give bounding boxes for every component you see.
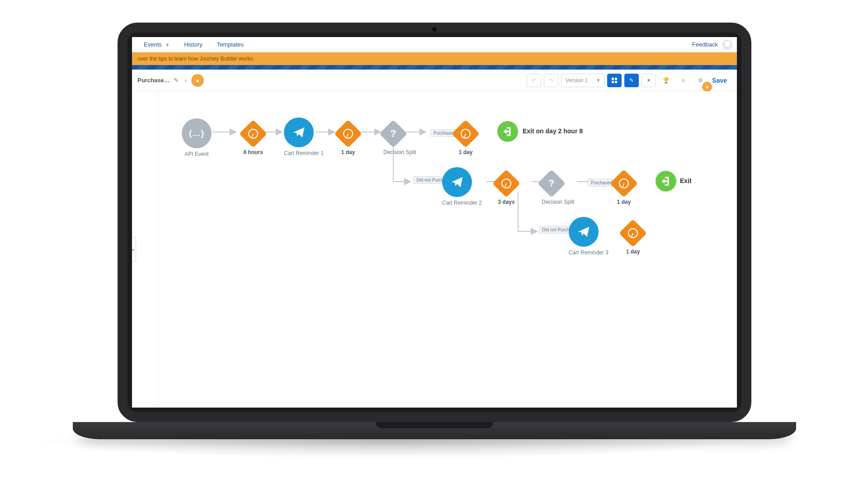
goal-button[interactable]: 🏆 <box>659 74 673 87</box>
laptop-base <box>73 422 796 439</box>
redo-button[interactable]: ↷ <box>544 74 558 87</box>
avatar[interactable] <box>722 40 732 50</box>
layout-view-button[interactable] <box>607 74 622 87</box>
api-event-icon: {…} <box>189 129 204 138</box>
send-icon <box>577 225 590 239</box>
version-selector[interactable]: Version 1 ▼ <box>561 74 604 87</box>
tips-banner: over the tips to learn how Journey Build… <box>132 52 737 65</box>
exit-1[interactable] <box>497 121 518 142</box>
svg-rect-0 <box>612 78 614 80</box>
node-label: Cart Reminder 1 <box>284 150 324 156</box>
journey-canvas[interactable]: ▸ <box>132 91 737 408</box>
exit-icon <box>660 175 672 187</box>
wait-1-day-d[interactable]: 1 day <box>623 223 643 255</box>
wait-1-day-b[interactable]: 1 day <box>456 124 476 155</box>
exit-icon <box>502 126 514 137</box>
tip-coin-icon[interactable]: ● <box>191 74 204 87</box>
send-icon <box>450 175 464 189</box>
journey-title: Purchase… <box>137 77 170 84</box>
edit-title-icon[interactable]: ✎ <box>174 77 179 84</box>
chevron-down-icon: ▼ <box>596 78 600 83</box>
wait-1-day-a[interactable]: 1 day <box>338 124 358 155</box>
panel-gutter: ▸ <box>132 91 158 408</box>
chevron-right-icon: › <box>185 77 187 84</box>
clock-icon <box>619 178 629 188</box>
activity-cart-reminder-1[interactable]: Cart Reminder 1 <box>284 117 324 156</box>
gear-icon: ⚙ <box>698 77 703 84</box>
journey-toolbar: Purchase… ✎ › ● ↶ ↷ Version 1 ▼ ✎ ✶ 🏆 ⎋ <box>132 70 737 91</box>
entry-api-event[interactable]: {…} API Event <box>182 118 212 157</box>
decision-split-2[interactable]: ? Decision Split <box>542 174 575 205</box>
clock-icon <box>628 228 638 238</box>
activity-cart-reminder-2[interactable]: Cart Reminder 2 <box>442 167 482 206</box>
nav-history[interactable]: History <box>177 41 209 48</box>
exit-1-label: Exit on day 2 hour 8 <box>523 127 583 135</box>
expand-panel-handle[interactable]: ▸ <box>132 237 136 262</box>
wait-8-hours[interactable]: 8 hours <box>243 124 263 155</box>
edit-mode-button[interactable]: ✎ <box>624 74 639 87</box>
clock-icon <box>461 129 471 139</box>
version-label: Version 1 <box>565 77 588 84</box>
layout-icon <box>611 77 618 84</box>
nav-events-label: Events <box>144 41 162 48</box>
nav-templates[interactable]: Templates <box>210 41 251 48</box>
top-nav: Events ▼ History Templates Feedback <box>132 37 737 52</box>
node-label: 1 day <box>623 249 643 255</box>
nav-events[interactable]: Events ▼ <box>137 41 177 48</box>
clock-icon <box>248 129 258 139</box>
question-icon: ? <box>548 178 554 189</box>
node-label: 1 day <box>614 199 634 205</box>
svg-rect-2 <box>612 81 614 83</box>
exit-2[interactable] <box>656 171 676 192</box>
wait-3-days[interactable]: 3 days <box>496 174 516 205</box>
tip-coin-icon: ● <box>702 82 712 92</box>
laptop-camera <box>432 27 437 32</box>
node-label: 8 hours <box>243 149 263 155</box>
node-label: 1 day <box>338 149 358 155</box>
undo-button[interactable]: ↶ <box>527 74 541 87</box>
svg-rect-3 <box>615 81 617 83</box>
decision-split-1[interactable]: ? Decision Split <box>383 124 416 155</box>
svg-rect-1 <box>615 78 617 80</box>
node-label: Decision Split <box>542 199 575 205</box>
node-label: 3 days <box>496 199 516 205</box>
clock-icon <box>343 129 353 139</box>
app-screen: Events ▼ History Templates Feedback over… <box>132 37 737 408</box>
settings-button[interactable]: ⚙ ● <box>693 74 708 87</box>
node-label: Cart Reminder 2 <box>442 200 482 206</box>
exit-2-label: Exit <box>680 177 692 184</box>
validate-button[interactable]: ✶ <box>642 74 656 87</box>
tips-banner-text: over the tips to learn how Journey Build… <box>137 56 255 62</box>
decorative-stripe <box>132 65 737 70</box>
save-button[interactable]: Save <box>708 77 731 84</box>
activity-cart-reminder-3[interactable]: Cart Reminder 3 <box>569 217 609 256</box>
send-icon <box>292 126 306 139</box>
wait-1-day-c[interactable]: 1 day <box>614 174 634 205</box>
feedback-link[interactable]: Feedback <box>692 41 718 48</box>
node-label: Decision Split <box>383 149 416 155</box>
question-icon: ? <box>390 128 396 140</box>
exit-criteria-button[interactable]: ⎋ <box>676 74 690 87</box>
clock-icon <box>501 178 511 188</box>
node-label: Cart Reminder 3 <box>569 249 609 256</box>
node-label: API Event <box>182 151 212 157</box>
node-label: 1 day <box>456 149 476 155</box>
chevron-down-icon: ▼ <box>165 42 170 47</box>
